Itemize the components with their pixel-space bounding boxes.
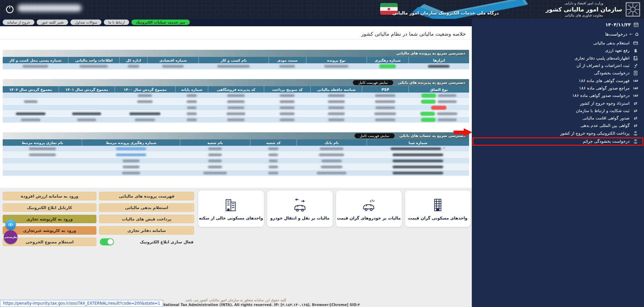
section-acceptors-bar: دسترسی سریع به پذیرنده های بانکی نمایش ف… — [3, 79, 469, 86]
organization-name: سازمان امور مالیاتی کشور — [546, 6, 622, 13]
top-banner: درگاه ملی خدمات الکترونیک سازمان امور ما… — [0, 0, 644, 19]
sidebar-item-forgiveness[interactable]: درخواست بخشودگی — [472, 69, 644, 77]
trade-books-system-button[interactable]: سامانه دفاتر تجاری — [99, 226, 194, 235]
building-icon — [223, 197, 239, 213]
tax-files-list-button[interactable]: فهرست پرونده های مالیاتی — [99, 192, 194, 200]
accounts-table-row — [3, 164, 469, 170]
section-accounts-bar: دسترسی سریع به حساب های بانکی نمایش فهرس… — [3, 132, 469, 139]
enotice-activation-row: فعال سازی ابلاغ الکترونیک — [99, 238, 194, 246]
accounts-table-row — [3, 170, 469, 176]
card-vacant-housing[interactable]: واحدهای مسکونی خالی از سکنه — [198, 191, 264, 227]
red-pointer-arrow — [454, 128, 472, 136]
enotice-cartable-button[interactable]: کارتابل ابلاغ الکترونیک — [3, 203, 96, 212]
gavel-icon — [633, 63, 639, 68]
sidebar-item-objections[interactable]: ثبت اعتراضات و انصراف از آن — [472, 62, 644, 69]
enotice-toggle-label: فعال سازی ابلاغ الکترونیک — [140, 240, 193, 244]
sidebar-item-tax-debt-inquiry[interactable]: استعلام بدهی مالیاتی — [472, 39, 644, 47]
home-icon: ⌂ — [635, 31, 639, 37]
calendar-icon — [634, 22, 639, 27]
logout-button[interactable]: خروج از سامانه — [3, 20, 34, 25]
article-186-icon: ۱۸۶ — [633, 87, 639, 90]
dollar-icon: $ — [633, 48, 639, 53]
survey-fab[interactable]: نظرسنجی — [4, 230, 18, 244]
change-password-button[interactable]: تغییر کلمه عبور — [37, 20, 68, 25]
topnav: میز خدمت عملیات الکترونیک ارتباط با ما س… — [3, 20, 190, 25]
checkmark-graphic — [411, 0, 528, 19]
enotice-toggle[interactable] — [100, 238, 114, 245]
accounts-table-row: * — [3, 146, 469, 152]
sidebar-item-186-list[interactable]: ۱۸۶ فهرست گواهی های ماده ۱۸۶ — [472, 77, 644, 84]
sidebar-item-currency-obligation[interactable]: $ رفع تعهد ارزی — [472, 47, 644, 54]
vat-system-button[interactable]: ورود به سامانه ارزش افزوده — [3, 192, 96, 200]
transfer-icon: ⇄ — [633, 101, 639, 105]
inta-emblem-icon — [625, 2, 641, 17]
transfer-icon: ⇄ — [633, 124, 639, 128]
section-files-bar: دسترسی سریع به پرونده های مالیاتی — [3, 50, 469, 57]
sidebar-item-exit-refund[interactable]: ⇄ استرداد وجوه خروج از کشور — [472, 99, 644, 107]
acceptors-table-row — [3, 111, 469, 117]
sidebar-item-186-authorities[interactable]: ۱۸۶ مراجع صدور گواهی ماده ۱۸۶ — [472, 84, 644, 92]
car-transfer-icon — [292, 197, 308, 213]
ministry-name: وزارت امور اقتصاد و دارایی — [564, 1, 603, 6]
tax-bill-payment-button[interactable]: پرداخت قبض های مالیات — [99, 215, 194, 223]
accounts-table-row — [3, 152, 469, 158]
accounts-table-header: شماره شبا نام بانک کد شعبه نام شعبه شمار… — [3, 139, 469, 146]
quick-links-left-column: ورود به سامانه ارزش افزوده کارتابل ابلاغ… — [3, 192, 96, 249]
accessibility-fab[interactable] — [5, 219, 16, 230]
acceptors-table-row — [3, 93, 469, 99]
acceptors-table-header: نوع الصاق PSP شناسه حافظه مالیاتی کد سوی… — [3, 86, 469, 93]
card-luxury-car-tax[interactable]: مالیات بر خودروهای گران قیمت — [336, 191, 402, 227]
business-workspace-button[interactable]: ورود به کارپوشه تجاری — [3, 215, 96, 223]
card-luxury-housing[interactable]: واحدهای مسکونی گران قیمت — [405, 191, 471, 227]
portal-title: درگاه ملی خدمات الکترونیک سازمان امور ما… — [388, 10, 503, 15]
sidebar: ۱۴۰۴/۱۱/۲۳ ⌂ ← درخواست‌ها استعلام بدهی م… — [472, 19, 644, 307]
sidebar-home-requests[interactable]: ⌂ ← درخواست‌ها — [472, 27, 644, 39]
tax-service-cards: واحدهای مسکونی گران قیمت مالیات بر خودرو… — [198, 191, 470, 227]
eye-icon — [8, 222, 13, 228]
date-row: ۱۴۰۴/۱۱/۲۳ — [472, 19, 644, 27]
jalali-date: ۱۴۰۴/۱۱/۲۳ — [605, 22, 631, 27]
tax-debt-inquiry-button[interactable]: استعلام بدهی مالیاتی — [99, 203, 194, 212]
service-desk-button[interactable]: میز خدمت عملیات الکترونیک — [131, 20, 190, 25]
quick-links-middle-column: فهرست پرونده های مالیاتی استعلام بدهی ما… — [99, 192, 194, 238]
sidebar-menu: استعلام بدهی مالیاتی $ رفع تعهد ارزی اظه… — [472, 39, 644, 146]
main-content: خلاصه وضعیت مالیاتی شما در نظام مالیاتی … — [0, 26, 472, 307]
acceptors-table-row — [3, 117, 469, 123]
page-title: خلاصه وضعیت مالیاتی شما در نظام مالیاتی … — [0, 28, 472, 40]
accounts-show-full-list-button[interactable]: نمایش فهرست کامل — [355, 133, 395, 138]
sidebar-item-sealed-books[interactable]: اظهارنامه‌های پلمپ دفاتر تجاری — [472, 55, 644, 62]
section-files-title: دسترسی سریع به پرونده های مالیاتی — [396, 51, 465, 56]
building-icon — [430, 197, 446, 213]
power-logout-icon[interactable] — [4, 4, 15, 14]
required-asterisk: * — [443, 147, 445, 150]
article-186-icon: ۱۸۶ — [633, 94, 639, 97]
sidebar-item-exit-epayment[interactable]: پرداخت الکترونیکی وجوه خروج از کشور — [472, 130, 644, 137]
sidebar-item-residence-certificate[interactable]: ⇄ صدور گواهی اقامت مالیاتی — [472, 114, 644, 122]
contact-us-button[interactable]: ارتباط با ما — [104, 20, 129, 25]
sidebar-item-complaint[interactable]: ⇄ ثبت شکایت و ارتباط با سازمان — [472, 107, 644, 114]
card-car-transfer-tax[interactable]: مالیات بر نقل و انتقال خودرو — [267, 191, 333, 227]
sealed-book-icon — [633, 56, 639, 61]
faq-button[interactable]: سوالات متداول — [70, 20, 101, 25]
left-arrow-icon: ← — [630, 32, 633, 36]
acceptors-table-row — [3, 99, 469, 105]
acceptors-show-full-list-button[interactable]: نمایش فهرست کامل — [353, 80, 393, 85]
card-inquiry-icon — [633, 41, 639, 45]
luxury-car-icon — [361, 197, 376, 213]
transfer-icon: ⇄ — [633, 109, 639, 113]
quick-links-zone: ورود به سامانه ارزش افزوده کارتابل ابلاغ… — [0, 188, 472, 307]
org-logo-block: وزارت امور اقتصاد و دارایی سازمان امور م… — [546, 1, 641, 18]
sidebar-item-186-request[interactable]: ۱۸۶ درخواست صدور گواهی ماده ۱۸۶ — [472, 92, 644, 99]
toggle-knob — [108, 239, 113, 245]
accounts-table-row — [3, 158, 469, 164]
article-186-icon: ۱۸۶ — [633, 79, 639, 82]
deputy-name: معاونت فناوری های مالیاتی — [565, 13, 603, 18]
hand-coin-icon — [633, 139, 639, 144]
nonbusiness-workspace-button[interactable]: ورود به کارپوشه غیرتجاری — [3, 226, 96, 235]
sidebar-item-international-no-debt[interactable]: ⇄ گواهی بین المللی عدم بدهی — [472, 122, 644, 129]
acceptors-table-row — [3, 105, 469, 111]
home-label: درخواست‌ها — [605, 32, 627, 37]
files-table-header: ابزارها شماره رهگیری نوع پرونده سمت مودی… — [3, 57, 469, 63]
survey-label: نظرسنجی — [4, 236, 18, 239]
sidebar-item-penalty-forgiveness-highlighted[interactable]: درخواست بخشودگی جرائم — [472, 137, 643, 146]
